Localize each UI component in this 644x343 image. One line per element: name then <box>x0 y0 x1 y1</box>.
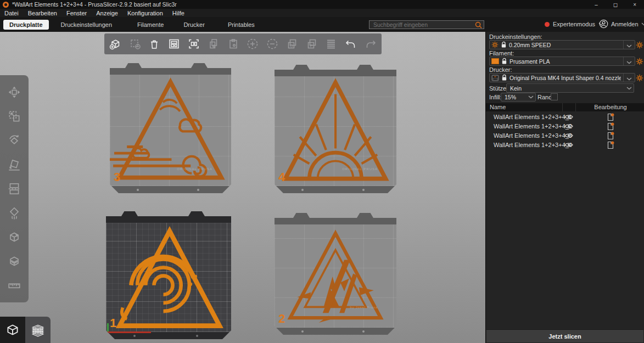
remove-instance-button[interactable] <box>263 35 282 53</box>
object-table-header: Name Bearbeitung <box>486 103 644 111</box>
object-row[interactable]: WallArt Elements 1+2+3+4_2 <box>486 122 644 131</box>
paste-button[interactable] <box>224 35 243 53</box>
lock-icon <box>501 74 507 81</box>
object-row[interactable]: WallArt Elements 1+2+3+4_3 <box>486 131 644 140</box>
object-row[interactable]: WallArt Elements 1+2+3+4_1 <box>486 113 644 122</box>
chevron-down-icon <box>641 23 644 26</box>
infill-label: Infill: <box>489 94 502 100</box>
mode-label: Expertenmodus <box>553 21 595 27</box>
window-title: *WallArt Elements 1+2+3+4 - PrusaSlicer-… <box>12 1 177 8</box>
add-instance-button[interactable] <box>243 35 262 53</box>
mode-selector[interactable]: Expertenmodus <box>545 21 604 27</box>
filament-combo[interactable]: Prusament PLA <box>489 57 635 66</box>
filament-label: Filament: <box>489 50 514 57</box>
model-great-wave[interactable] <box>106 223 231 332</box>
menu-anzeige[interactable]: Anzeige <box>96 10 118 16</box>
rotate-tool-button[interactable] <box>3 130 25 151</box>
plate-number: 3 <box>114 171 120 183</box>
supports-select[interactable]: Kein <box>506 83 634 93</box>
cut-tool-button[interactable] <box>3 178 25 199</box>
edit-settings-icon[interactable] <box>607 132 614 140</box>
search-icon[interactable] <box>475 21 482 29</box>
user-icon <box>599 19 608 29</box>
slice-now-button[interactable]: Jetzt slicen <box>486 329 643 342</box>
infill-select[interactable]: 15% <box>501 93 536 102</box>
paint-supports-tool-button[interactable] <box>3 203 25 223</box>
delete-selected-button[interactable] <box>126 35 144 53</box>
edit-printer-gear-icon[interactable] <box>636 74 643 82</box>
plate-clip <box>357 65 373 70</box>
search-box[interactable] <box>369 20 484 29</box>
eye-icon[interactable] <box>564 114 573 120</box>
redo-button[interactable] <box>361 35 380 53</box>
eye-icon[interactable] <box>564 133 573 138</box>
measure-tool-button[interactable] <box>3 275 25 296</box>
chevron-down-icon <box>626 44 632 48</box>
search-input[interactable] <box>372 21 475 29</box>
printer-combo[interactable]: Original Prusa MK4 Input Shaper 0.4 nozz… <box>489 73 635 82</box>
minimize-button[interactable]: – <box>595 2 598 8</box>
brim-checkbox[interactable] <box>551 93 558 100</box>
object-row[interactable]: WallArt Elements 1+2+3+4_4 <box>486 140 644 150</box>
tab-printables[interactable]: Printables <box>221 19 261 30</box>
edit-print-settings-gear-icon[interactable] <box>636 41 643 49</box>
tab-drucker[interactable]: Drucker <box>177 19 211 30</box>
add-object-button[interactable] <box>106 35 125 53</box>
login-button[interactable]: Anmelden <box>599 19 644 29</box>
copy-button[interactable] <box>204 35 223 53</box>
print-settings-combo[interactable]: 0.20mm SPEED <box>489 40 635 49</box>
expert-mode-dot-icon <box>545 22 550 27</box>
gizmo-sidebar <box>0 75 29 302</box>
preview-view-button[interactable] <box>25 317 51 343</box>
print-plate-3[interactable]: 3 ORIGINAL PRUSA <box>110 63 231 193</box>
login-label: Anmelden <box>611 21 639 27</box>
tab-druckeinstellungen[interactable]: Druckeinstellungen <box>54 19 119 30</box>
close-button[interactable]: × <box>633 2 636 8</box>
split-to-parts-button[interactable]: P <box>303 35 321 53</box>
edit-settings-icon[interactable] <box>607 113 614 121</box>
print-plate-4[interactable]: 4 ORIGINAL PRUSA <box>275 65 396 193</box>
seam-painting-tool-button[interactable] <box>3 227 25 248</box>
cube-icon <box>4 322 21 338</box>
undo-button[interactable] <box>341 35 360 53</box>
arrange-selection-button[interactable] <box>184 35 203 53</box>
print-plate-2[interactable]: 2 by Josef Prusa <box>275 213 396 335</box>
menu-konfiguration[interactable]: Konfiguration <box>127 10 163 16</box>
delete-all-button[interactable] <box>145 35 164 53</box>
eye-icon[interactable] <box>564 142 573 148</box>
variable-layer-height-button[interactable] <box>322 35 341 53</box>
menu-hilfe[interactable]: Hilfe <box>172 10 184 16</box>
plate-number: 2 <box>278 313 285 325</box>
tab-druckplatte[interactable]: Druckplatte <box>3 20 49 30</box>
print-settings-label: Druckeinstellungen: <box>489 33 542 40</box>
multimaterial-painting-tool-button[interactable] <box>3 251 25 272</box>
settings-panel: Druckeinstellungen: 0.20mm SPEED Filamen… <box>485 32 644 343</box>
model-sunrise[interactable] <box>275 76 396 186</box>
print-plate-1-selected[interactable]: 1 <box>106 211 231 339</box>
edit-settings-icon[interactable] <box>607 122 614 131</box>
split-to-objects-button[interactable]: O <box>283 35 301 53</box>
model-abstract-peaks[interactable] <box>275 224 396 328</box>
menu-fenster[interactable]: Fenster <box>66 10 87 16</box>
edit-settings-icon[interactable] <box>607 141 614 149</box>
place-on-face-tool-button[interactable] <box>3 154 25 175</box>
eye-icon[interactable] <box>564 123 573 129</box>
viewport-3d[interactable]: O P <box>0 32 485 343</box>
tab-filamente[interactable]: Filamente <box>131 19 170 30</box>
editor-view-button[interactable] <box>0 317 25 343</box>
lock-icon <box>501 41 507 48</box>
axis-z-blue <box>106 333 109 335</box>
plate-clip <box>293 65 310 70</box>
model-mountain-clouds[interactable] <box>110 75 231 186</box>
edit-filament-gear-icon[interactable] <box>636 58 643 65</box>
plate-clip <box>125 63 142 68</box>
column-header-name: Name <box>490 104 506 110</box>
axis-x-red <box>107 331 151 333</box>
menu-datei[interactable]: Datei <box>4 10 19 16</box>
maximize-button[interactable]: ◻ <box>613 2 618 8</box>
arrange-button[interactable] <box>165 35 183 53</box>
menu-bearbeiten[interactable]: Bearbeiten <box>28 10 57 16</box>
move-tool-button[interactable] <box>3 82 25 103</box>
svg-text:O: O <box>290 43 293 48</box>
scale-tool-button[interactable] <box>3 106 25 127</box>
